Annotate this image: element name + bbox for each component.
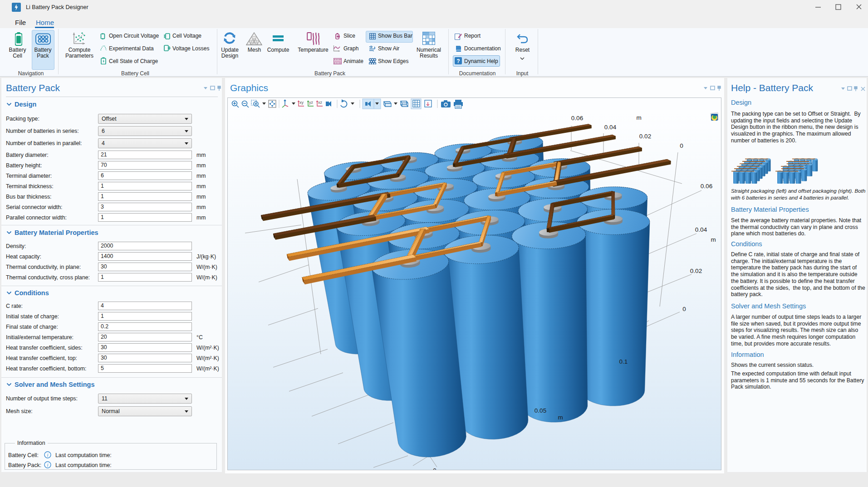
svg-text:0.04: 0.04	[604, 124, 617, 131]
svg-text:0.02: 0.02	[639, 133, 651, 140]
svg-text:m: m	[711, 236, 716, 243]
svg-text:0.06: 0.06	[571, 115, 583, 122]
svg-text:0: 0	[680, 142, 683, 149]
svg-text:0.1: 0.1	[619, 358, 628, 365]
svg-text:0.05: 0.05	[535, 407, 546, 414]
svg-text:m: m	[558, 414, 563, 421]
svg-text:?: ?	[456, 58, 460, 64]
svg-text:0: 0	[682, 306, 686, 312]
svg-text:yz: yz	[309, 100, 314, 105]
svg-text:i: i	[47, 462, 48, 468]
svg-text:0.04: 0.04	[695, 226, 707, 233]
svg-text:0.02: 0.02	[690, 268, 702, 274]
svg-text:0.06: 0.06	[701, 183, 712, 190]
svg-text:m: m	[636, 114, 641, 121]
svg-text:0: 0	[433, 467, 436, 470]
svg-text:xz: xz	[318, 100, 323, 105]
svg-text:xy: xy	[299, 100, 304, 105]
svg-text:i: i	[47, 452, 48, 458]
